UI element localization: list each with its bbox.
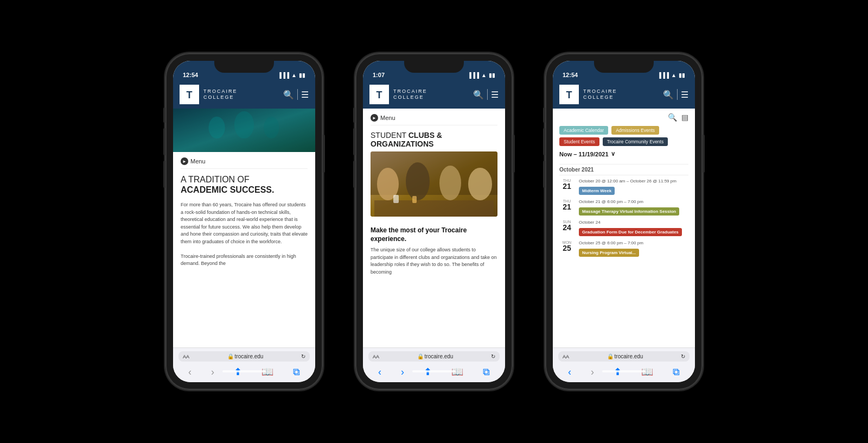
heading-light-1: A TRADITION OF ACADEMIC SUCCESS. bbox=[181, 174, 308, 195]
phone2-content: ► Menu STUDENT CLUBS & ORGANIZATIONS bbox=[363, 109, 505, 347]
event-detail-1: October 20 @ 12:00 am – October 26 @ 11:… bbox=[579, 179, 688, 195]
status-icons-3: ▐▐▐ ▲ ▮▮ bbox=[658, 72, 685, 78]
hero-image-1: ACADEMICS bbox=[173, 109, 315, 152]
refresh-icon-3[interactable]: ↻ bbox=[681, 353, 685, 359]
status-icons-2: ▐▐▐ ▲ ▮▮ bbox=[468, 72, 495, 78]
url-display-3: 🔒 trocaire.edu bbox=[607, 353, 643, 359]
phone3-content: 🔍 ▤ Academic Calendar Admissions Events … bbox=[553, 109, 695, 347]
clubs-heading: STUDENT CLUBS & ORGANIZATIONS bbox=[371, 131, 497, 148]
menu-icon-3[interactable]: ☰ bbox=[681, 90, 688, 100]
signal-icon: ▐▐▐ bbox=[278, 72, 289, 78]
back-btn-2[interactable]: ‹ bbox=[378, 366, 381, 378]
chip-trocaire-community[interactable]: Trocaire Community Events bbox=[603, 137, 668, 146]
event-day-2: THU 21 bbox=[559, 199, 575, 211]
menu-icon-1[interactable]: ☰ bbox=[301, 90, 309, 100]
time-2: 1:07 bbox=[373, 72, 385, 78]
svg-rect-6 bbox=[173, 109, 315, 152]
forward-btn-1[interactable]: › bbox=[211, 366, 214, 378]
event-tag-graduation[interactable]: Graduation Form Due for December Graduat… bbox=[579, 228, 682, 236]
url-bar-1[interactable]: AA 🔒 trocaire.edu ↻ bbox=[178, 351, 310, 362]
chip-admissions-events[interactable]: Admissions Events bbox=[611, 126, 659, 135]
logo-mark-3: T bbox=[559, 85, 579, 104]
menu-icon-2[interactable]: ☰ bbox=[491, 90, 499, 100]
search-cal-icon[interactable]: 🔍 bbox=[668, 113, 677, 122]
date-range: Now – 11/19/2021 ∨ bbox=[559, 150, 688, 157]
event-day-1: THU 21 bbox=[559, 179, 575, 190]
trocaire-logo-3: T TROCAIRE COLLEGE bbox=[559, 85, 617, 104]
event-row-thu21-massage: THU 21 October 21 @ 6:00 pm – 7:00 pm Ma… bbox=[559, 199, 688, 216]
menu-arrow-icon-1: ► bbox=[181, 157, 188, 165]
refresh-icon-1[interactable]: ↻ bbox=[301, 353, 305, 359]
wifi-icon-2: ▲ bbox=[481, 72, 487, 78]
forward-btn-3[interactable]: › bbox=[591, 366, 594, 378]
event-detail-3: October 24 Graduation Form Due for Decem… bbox=[579, 220, 688, 236]
search-icon-3[interactable]: 🔍 bbox=[663, 90, 674, 100]
status-icons-1: ▐▐▐ ▲ ▮▮ bbox=[278, 72, 305, 78]
month-label: October 2021 bbox=[559, 167, 688, 175]
event-day-3: SUN 24 bbox=[559, 220, 575, 231]
phone3-header: T TROCAIRE COLLEGE 🔍 ☰ bbox=[553, 80, 695, 109]
search-icon-2[interactable]: 🔍 bbox=[473, 90, 484, 100]
search-icon-1[interactable]: 🔍 bbox=[283, 90, 294, 100]
phone-academics: 12:54 ▐▐▐ ▲ ▮▮ T TROCAIRE bbox=[165, 53, 323, 390]
svg-point-13 bbox=[439, 166, 461, 200]
logo-mark-1: T bbox=[180, 85, 199, 104]
logo-text-1: TROCAIRE COLLEGE bbox=[203, 88, 238, 100]
menu-label-2: Menu bbox=[380, 115, 395, 121]
notch-2 bbox=[404, 61, 464, 73]
aa-text-1: AA bbox=[183, 354, 189, 359]
svg-text:T: T bbox=[566, 90, 572, 100]
svg-rect-15 bbox=[374, 200, 494, 217]
url-bar-3[interactable]: AA 🔒 trocaire.edu ↻ bbox=[558, 351, 690, 362]
aa-text-2: AA bbox=[373, 354, 379, 359]
filter-row-2: Student Events Trocaire Community Events bbox=[559, 137, 688, 146]
chip-student-events[interactable]: Student Events bbox=[559, 137, 599, 146]
forward-btn-2[interactable]: › bbox=[401, 366, 404, 378]
phone1-content: ► Menu A TRADITION OF ACADEMIC SUCCESS. … bbox=[173, 152, 315, 347]
url-display-2: 🔒 trocaire.edu bbox=[417, 353, 454, 359]
back-btn-3[interactable]: ‹ bbox=[568, 366, 571, 378]
lock-icon-3: 🔒 bbox=[607, 353, 614, 359]
menu-link-2[interactable]: ► Menu bbox=[371, 114, 497, 125]
phone3-screen: 12:54 ▐▐▐ ▲ ▮▮ T TROCAIRE bbox=[553, 61, 695, 382]
clubs-subheading: Make the most of your Trocaire experienc… bbox=[371, 226, 497, 243]
clubs-body: The unique size of our college allows st… bbox=[371, 246, 497, 276]
logo-mark-2: T bbox=[369, 85, 389, 104]
event-tag-4[interactable]: Nursing Program Virtual... bbox=[579, 249, 639, 257]
calendar-toolbar: 🔍 ▤ bbox=[559, 113, 688, 122]
time-3: 12:54 bbox=[563, 72, 578, 78]
time-1: 12:54 bbox=[183, 72, 198, 78]
event-day-4: MON 25 bbox=[559, 241, 575, 252]
chip-academic-calendar[interactable]: Academic Calendar bbox=[559, 126, 608, 135]
event-row-mon25: MON 25 October 25 @ 6:00 pm – 7:00 pm Nu… bbox=[559, 241, 688, 257]
tabs-btn-3[interactable]: ⧉ bbox=[673, 366, 680, 378]
list-view-icon[interactable]: ▤ bbox=[681, 113, 688, 122]
back-btn-1[interactable]: ‹ bbox=[188, 366, 192, 378]
home-indicator-3 bbox=[602, 370, 646, 372]
home-indicator-2 bbox=[412, 370, 456, 372]
chevron-down-icon[interactable]: ∨ bbox=[611, 150, 615, 157]
header-icons-3: 🔍 ☰ bbox=[663, 89, 688, 100]
menu-label-1: Menu bbox=[190, 158, 206, 164]
event-tag-1[interactable]: Midterm Week bbox=[579, 187, 615, 195]
notch-3 bbox=[594, 61, 654, 73]
tabs-btn-2[interactable]: ⧉ bbox=[483, 366, 490, 378]
phone-calendar: 12:54 ▐▐▐ ▲ ▮▮ T TROCAIRE bbox=[545, 53, 703, 390]
logo-text-3: TROCAIRE COLLEGE bbox=[583, 88, 617, 100]
event-row-thu21-midterm: THU 21 October 20 @ 12:00 am – October 2… bbox=[559, 179, 688, 195]
phone1-header: T TROCAIRE COLLEGE 🔍 ☰ bbox=[173, 80, 315, 109]
lock-icon-2: 🔒 bbox=[417, 353, 424, 359]
refresh-icon-2[interactable]: ↻ bbox=[491, 353, 495, 359]
phone2-header: T TROCAIRE COLLEGE 🔍 ☰ bbox=[363, 80, 505, 109]
signal-icon-3: ▐▐▐ bbox=[658, 72, 669, 78]
url-bar-2[interactable]: AA 🔒 trocaire.edu ↻ bbox=[368, 351, 500, 362]
wifi-icon-3: ▲ bbox=[671, 72, 676, 78]
logo-text-2: TROCAIRE COLLEGE bbox=[393, 88, 427, 100]
svg-point-12 bbox=[406, 162, 430, 200]
home-indicator-1 bbox=[222, 370, 266, 372]
menu-link-1[interactable]: ► Menu bbox=[181, 157, 308, 169]
tabs-btn-1[interactable]: ⧉ bbox=[293, 366, 300, 378]
event-tag-2[interactable]: Massage Therapy Virtual Information Sess… bbox=[579, 207, 679, 216]
svg-rect-17 bbox=[412, 196, 417, 203]
lock-icon-1: 🔒 bbox=[227, 353, 234, 359]
